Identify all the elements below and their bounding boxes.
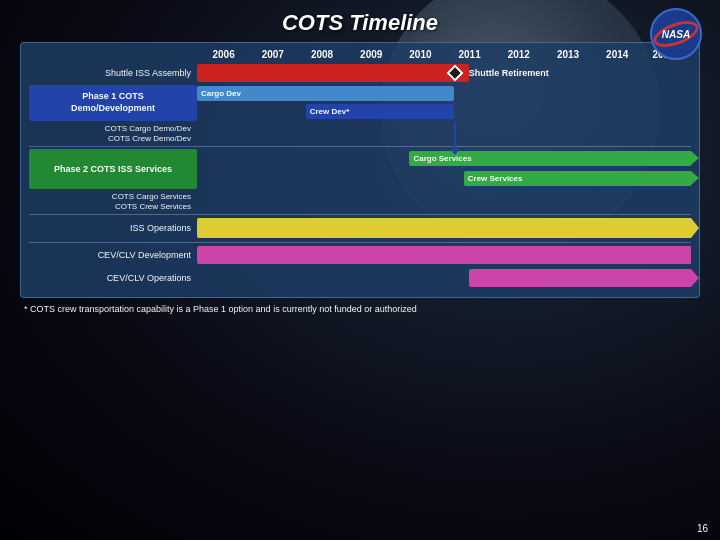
cev-dev-label: CEV/CLV Development <box>29 250 197 261</box>
year-2011: 2011 <box>445 49 494 60</box>
crew-arrow <box>691 171 699 185</box>
crew-services-bar: Crew Services <box>464 171 691 186</box>
year-2008: 2008 <box>297 49 346 60</box>
phase1-crew-sublabel: COTS Crew Demo/Dev <box>29 134 691 143</box>
cev-ops-label: CEV/CLV Operations <box>29 273 197 284</box>
cev-ops-arrow <box>691 269 699 287</box>
phase2-crew-sublabel: COTS Crew Services <box>29 202 691 211</box>
iss-ops-bar <box>197 218 691 238</box>
shuttle-label: Shuttle ISS Assembly <box>29 68 197 79</box>
page-title: COTS Timeline <box>20 10 700 36</box>
page-content: NASA COTS Timeline 2006 2007 2008 2009 2… <box>0 0 720 540</box>
phase1-label: Phase 1 COTS Demo/Development <box>71 91 155 114</box>
cev-dev-row: CEV/CLV Development <box>29 245 691 265</box>
nasa-logo: NASA <box>650 8 702 60</box>
svg-text:NASA: NASA <box>662 29 691 40</box>
cargo-demo-label: COTS Cargo Demo/Dev <box>29 124 191 133</box>
year-2009: 2009 <box>347 49 396 60</box>
timeline-container: 2006 2007 2008 2009 2010 2011 2012 2013 … <box>20 42 700 298</box>
cargo-arrow <box>691 151 699 165</box>
iss-ops-label: ISS Operations <box>29 223 197 234</box>
phase1-timeline: Cargo Dev Crew Dev* <box>197 85 691 121</box>
cargo-services-label: COTS Cargo Services <box>29 192 191 201</box>
shuttle-bar <box>197 64 469 82</box>
year-2014: 2014 <box>593 49 642 60</box>
year-2013: 2013 <box>543 49 592 60</box>
iss-ops-row: ISS Operations <box>29 217 691 239</box>
divider1 <box>29 146 691 147</box>
phase2-timeline: Cargo Services Crew Services <box>197 149 691 189</box>
cev-ops-row: CEV/CLV Operations <box>29 268 691 288</box>
year-header: 2006 2007 2008 2009 2010 2011 2012 2013 … <box>29 49 691 60</box>
crew-dev-bar: Crew Dev* <box>306 104 454 119</box>
cev-ops-timeline <box>197 269 691 287</box>
phase2-box: Phase 2 COTS ISS Services <box>29 149 197 189</box>
cev-dev-bar <box>197 246 691 264</box>
year-2012: 2012 <box>494 49 543 60</box>
phase1-sublabels: COTS Cargo Demo/Dev <box>29 124 691 133</box>
cargo-dev-bar: Cargo Dev <box>197 86 454 101</box>
iss-ops-arrow <box>691 218 699 238</box>
year-2006: 2006 <box>199 49 248 60</box>
iss-ops-timeline <box>197 218 691 238</box>
phase2-row: Phase 2 COTS ISS Services Cargo Services… <box>29 149 691 189</box>
phase2-sublabels: COTS Cargo Services <box>29 192 691 201</box>
page-number: 16 <box>697 523 708 534</box>
divider3 <box>29 242 691 243</box>
crew-demo-label: COTS Crew Demo/Dev <box>29 134 191 143</box>
year-2007: 2007 <box>248 49 297 60</box>
phase-connector <box>454 121 456 149</box>
crew-services-label: COTS Crew Services <box>29 202 191 211</box>
year-2010: 2010 <box>396 49 445 60</box>
shuttle-row: Shuttle ISS Assembly Shuttle Retirement <box>29 64 691 82</box>
divider2 <box>29 214 691 215</box>
shuttle-timeline: Shuttle Retirement <box>197 64 691 82</box>
phase1-row: Phase 1 COTS Demo/Development Cargo Dev … <box>29 85 691 121</box>
phase2-label: Phase 2 COTS ISS Services <box>54 164 172 175</box>
footnote: * COTS crew transportation capability is… <box>20 304 700 314</box>
cev-dev-timeline <box>197 246 691 264</box>
cev-ops-bar <box>469 269 691 287</box>
shuttle-retirement-label: Shuttle Retirement <box>469 68 549 78</box>
phase1-box: Phase 1 COTS Demo/Development <box>29 85 197 121</box>
